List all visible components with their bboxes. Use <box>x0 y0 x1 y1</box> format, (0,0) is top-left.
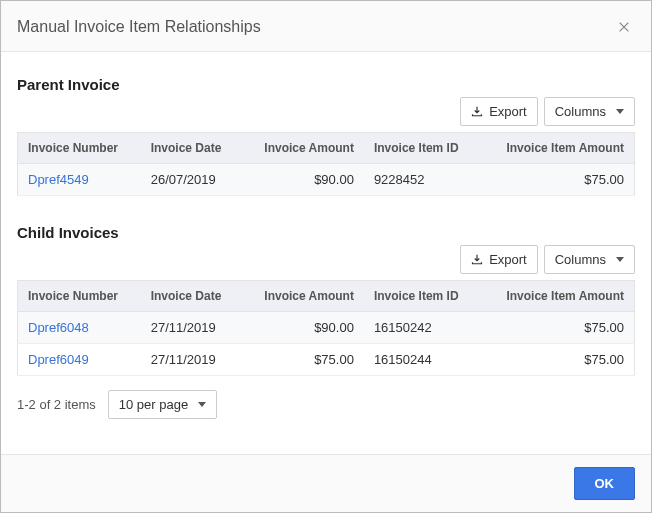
modal-title: Manual Invoice Item Relationships <box>17 18 261 36</box>
child-toolbar: Export Columns <box>17 245 635 274</box>
col-invoice-item-id[interactable]: Invoice Item ID <box>364 133 481 164</box>
parent-export-button[interactable]: Export <box>460 97 538 126</box>
table-row: Dpref4549 26/07/2019 $90.00 9228452 $75.… <box>18 164 635 196</box>
parent-invoice-table: Invoice Number Invoice Date Invoice Amou… <box>17 132 635 196</box>
child-table-header-row: Invoice Number Invoice Date Invoice Amou… <box>18 281 635 312</box>
invoice-item-amount: $75.00 <box>481 312 635 344</box>
per-page-dropdown[interactable]: 10 per page <box>108 390 217 419</box>
pager: 1-2 of 2 items 10 per page <box>17 390 635 419</box>
col-invoice-amount[interactable]: Invoice Amount <box>242 133 364 164</box>
col-invoice-date[interactable]: Invoice Date <box>141 281 242 312</box>
child-section-title: Child Invoices <box>17 224 635 241</box>
invoice-date: 26/07/2019 <box>141 164 242 196</box>
modal-footer: OK <box>1 454 651 512</box>
invoice-item-id: 9228452 <box>364 164 481 196</box>
col-invoice-item-amount[interactable]: Invoice Item Amount <box>481 281 635 312</box>
child-export-label: Export <box>489 252 527 267</box>
invoice-item-amount: $75.00 <box>481 164 635 196</box>
parent-columns-button[interactable]: Columns <box>544 97 635 126</box>
col-invoice-item-id[interactable]: Invoice Item ID <box>364 281 481 312</box>
modal-header: Manual Invoice Item Relationships <box>1 1 651 52</box>
table-row: Dpref6048 27/11/2019 $90.00 16150242 $75… <box>18 312 635 344</box>
invoice-number-link[interactable]: Dpref4549 <box>28 172 89 187</box>
child-export-button[interactable]: Export <box>460 245 538 274</box>
per-page-label: 10 per page <box>119 397 188 412</box>
invoice-amount: $90.00 <box>242 164 364 196</box>
child-columns-label: Columns <box>555 252 606 267</box>
invoice-item-amount: $75.00 <box>481 344 635 376</box>
ok-button[interactable]: OK <box>574 467 636 500</box>
table-row: Dpref6049 27/11/2019 $75.00 16150244 $75… <box>18 344 635 376</box>
chevron-down-icon <box>198 402 206 407</box>
close-button[interactable] <box>613 15 635 39</box>
modal-manual-invoice-item-relationships: Manual Invoice Item Relationships Parent… <box>0 0 652 513</box>
download-icon <box>471 254 483 266</box>
invoice-amount: $75.00 <box>242 344 364 376</box>
parent-table-header-row: Invoice Number Invoice Date Invoice Amou… <box>18 133 635 164</box>
col-invoice-number[interactable]: Invoice Number <box>18 133 141 164</box>
download-icon <box>471 106 483 118</box>
col-invoice-item-amount[interactable]: Invoice Item Amount <box>481 133 635 164</box>
col-invoice-amount[interactable]: Invoice Amount <box>242 281 364 312</box>
child-columns-button[interactable]: Columns <box>544 245 635 274</box>
child-invoices-table: Invoice Number Invoice Date Invoice Amou… <box>17 280 635 376</box>
modal-body: Parent Invoice Export Columns Invoice Nu… <box>1 52 651 454</box>
invoice-amount: $90.00 <box>242 312 364 344</box>
parent-section-title: Parent Invoice <box>17 76 635 93</box>
close-icon <box>617 16 631 38</box>
parent-export-label: Export <box>489 104 527 119</box>
chevron-down-icon <box>616 109 624 114</box>
invoice-date: 27/11/2019 <box>141 312 242 344</box>
col-invoice-number[interactable]: Invoice Number <box>18 281 141 312</box>
invoice-number-link[interactable]: Dpref6048 <box>28 320 89 335</box>
pager-summary: 1-2 of 2 items <box>17 397 96 412</box>
col-invoice-date[interactable]: Invoice Date <box>141 133 242 164</box>
parent-toolbar: Export Columns <box>17 97 635 126</box>
invoice-item-id: 16150244 <box>364 344 481 376</box>
parent-columns-label: Columns <box>555 104 606 119</box>
invoice-number-link[interactable]: Dpref6049 <box>28 352 89 367</box>
chevron-down-icon <box>616 257 624 262</box>
invoice-item-id: 16150242 <box>364 312 481 344</box>
invoice-date: 27/11/2019 <box>141 344 242 376</box>
